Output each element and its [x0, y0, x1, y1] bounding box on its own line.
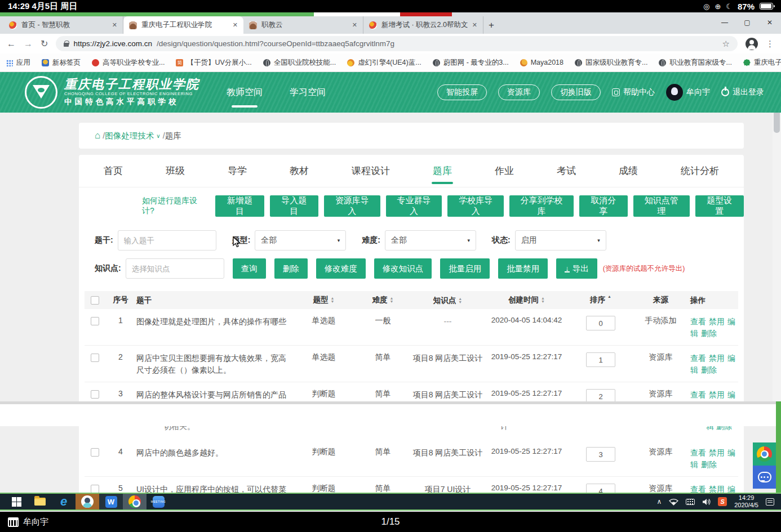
stem-filter-input[interactable] [118, 230, 216, 251]
delete-link[interactable]: 删除 [701, 329, 717, 338]
col-knowledge[interactable]: 知识点▲▼ [412, 294, 483, 306]
cancel-share-button[interactable]: 取消分享 [579, 195, 628, 217]
select-all-checkbox[interactable] [91, 296, 99, 305]
tab-course-design[interactable]: 课程设计 [349, 159, 392, 183]
classroom-app-button[interactable] [76, 494, 99, 509]
wifi-icon[interactable] [669, 498, 678, 506]
disable-link[interactable]: 禁用 [709, 317, 725, 326]
add-question-button[interactable]: 新增题目 [215, 195, 264, 217]
smart-cast-button[interactable]: 智能投屏 [437, 84, 487, 100]
user-menu[interactable]: 牟向宇 [666, 84, 710, 101]
browser-tab-2-active[interactable]: 重庆电子工程职业学院 ✕ [123, 16, 243, 34]
status-filter-select[interactable]: 启用▾ [515, 230, 606, 251]
howto-link[interactable]: 如何进行题库设计? [142, 196, 203, 216]
chevron-down-icon[interactable]: ∨ [156, 133, 160, 139]
bookmark-item[interactable]: 简【干货】UV分展小... [176, 58, 251, 68]
major-group-import-button[interactable]: 专业群导入 [386, 195, 442, 217]
col-type[interactable]: 题型▲▼ [294, 295, 353, 305]
order-input[interactable] [586, 316, 615, 330]
view-link[interactable]: 查看 [690, 317, 706, 326]
difficulty-filter-select[interactable]: 全部▾ [385, 230, 476, 251]
breadcrumb-course[interactable]: 图像处理技术 [105, 131, 154, 141]
share-to-school-button[interactable]: 分享到学校库 [509, 195, 573, 217]
col-difficulty[interactable]: 难度▲▼ [353, 295, 412, 305]
tab-exam[interactable]: 考试 [554, 159, 578, 183]
delete-link[interactable]: 删除 [701, 460, 717, 469]
import-question-button[interactable]: 导入题目 [270, 195, 318, 217]
switch-old-version-button[interactable]: 切换旧版 [551, 84, 601, 100]
browser-tab-1[interactable]: 首页 - 智慧职教 ✕ [3, 16, 123, 34]
page-scrollbar[interactable]: ▴ [773, 72, 781, 401]
bookmark-item[interactable]: 蔚图网 - 最专业的3... [433, 58, 509, 68]
browser-profile-icon[interactable] [746, 38, 758, 50]
search-button[interactable]: 查询 [233, 258, 266, 279]
file-explorer-button[interactable] [28, 494, 52, 509]
nav-teacher-space[interactable]: 教师空间 [225, 82, 264, 103]
wps-button[interactable]: W [99, 494, 123, 509]
knowledge-filter-input[interactable] [126, 258, 224, 279]
tab-close-icon[interactable]: ✕ [233, 21, 238, 29]
sogou-input-icon[interactable]: S [718, 497, 727, 506]
tab-homework[interactable]: 作业 [492, 159, 516, 183]
logout-button[interactable]: 退出登录 [721, 87, 764, 97]
tab-home[interactable]: 首页 [101, 159, 125, 183]
tab-close-icon[interactable]: ✕ [472, 21, 477, 29]
action-center-icon[interactable] [766, 498, 774, 506]
help-center-link[interactable]: 帮助中心 [612, 87, 655, 97]
forward-icon[interactable]: → [24, 39, 33, 49]
question-type-settings-button[interactable]: 题型设置 [695, 195, 744, 217]
bookmark-item[interactable]: 职业教育国家级专... [659, 58, 731, 68]
start-button[interactable] [5, 494, 28, 509]
row-checkbox[interactable] [91, 354, 99, 362]
bookmark-item[interactable]: 虚幻引擎4(UE4)蓝... [347, 58, 421, 68]
home-icon[interactable]: ⌂ [95, 130, 100, 141]
delete-link[interactable]: 删除 [701, 365, 717, 374]
tab-textbook[interactable]: 教材 [287, 159, 311, 183]
taskbar-clock[interactable]: 14:29 2020/4/5 [734, 494, 758, 509]
reload-icon[interactable]: ↻ [41, 38, 48, 49]
disable-link[interactable]: 禁用 [709, 354, 725, 363]
view-link[interactable]: 查看 [690, 390, 706, 399]
tab-close-icon[interactable]: ✕ [352, 21, 357, 29]
bookmark-apps[interactable]: 应用 [6, 58, 30, 68]
tab-question-bank[interactable]: 题库 [431, 159, 454, 183]
bookmark-newtab[interactable]: 新标签页 [42, 58, 81, 68]
chrome-shortcut[interactable] [753, 442, 776, 466]
row-checkbox[interactable] [91, 485, 99, 493]
disable-link[interactable]: 禁用 [709, 448, 725, 457]
keyboard-icon[interactable] [686, 499, 695, 505]
order-input[interactable] [586, 447, 615, 462]
bookmark-star-icon[interactable]: ☆ [722, 39, 730, 49]
bookmark-item[interactable]: 全国职业院校技能... [263, 58, 336, 68]
edge-button[interactable]: e [52, 494, 76, 509]
bookmark-item[interactable]: Maya2018 [520, 59, 563, 66]
edit-difficulty-button[interactable]: 修改难度 [316, 258, 366, 279]
batch-enable-button[interactable]: 批量启用 [440, 258, 490, 279]
chrome-taskbar-button[interactable] [123, 494, 147, 509]
nav-learning-space[interactable]: 学习空间 [289, 82, 327, 103]
tab-grades[interactable]: 成绩 [616, 159, 640, 183]
col-created[interactable]: 创建时间▲▼ [483, 295, 570, 305]
batch-disable-button[interactable]: 批量禁用 [498, 258, 548, 279]
type-filter-select[interactable]: 全部▾ [255, 230, 346, 251]
resource-lib-button[interactable]: 资源库 [498, 84, 540, 100]
browser-tab-3[interactable]: 职教云 ✕ [243, 16, 363, 34]
knowledge-manage-button[interactable]: 知识点管理 [633, 195, 690, 217]
tab-close-icon[interactable]: ✕ [112, 21, 117, 29]
chat-shortcut[interactable] [753, 466, 776, 489]
tab-guide[interactable]: 导学 [225, 159, 249, 183]
delete-button[interactable]: 删除 [274, 258, 308, 279]
address-bar[interactable]: https://zjy2.icve.com.cn /design/questio… [56, 36, 738, 51]
browser-tab-4[interactable]: 新增考试 · 职教云2.0帮助文档 ✕ [363, 16, 483, 34]
tray-expand-icon[interactable]: ∧ [656, 498, 662, 506]
row-checkbox[interactable] [91, 317, 99, 325]
order-input[interactable] [586, 352, 615, 367]
row-checkbox[interactable] [91, 390, 99, 399]
col-order[interactable]: 排序▲ [570, 295, 631, 305]
bookmark-item[interactable]: 高等职业学校专业... [92, 58, 165, 68]
tab-classes[interactable]: 班级 [163, 159, 187, 183]
school-lib-import-button[interactable]: 学校库导入 [447, 195, 504, 217]
meeting-app-button[interactable]: MEETING [147, 494, 170, 509]
speaker-icon[interactable] [702, 498, 711, 506]
back-icon[interactable]: ← [7, 39, 16, 49]
